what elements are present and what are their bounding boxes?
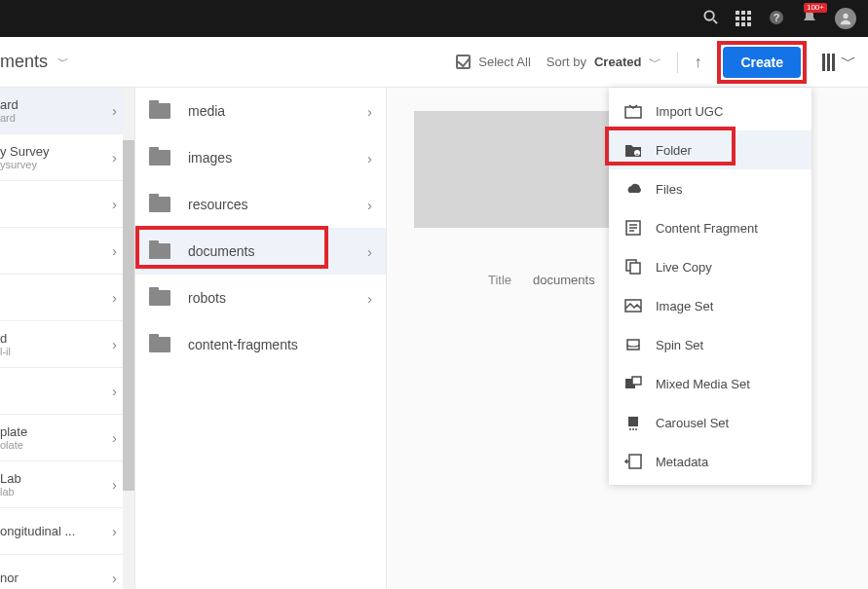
create-menu-item-copy[interactable]: Live Copy — [609, 247, 811, 286]
svg-rect-13 — [630, 263, 640, 274]
svg-rect-17 — [632, 377, 641, 385]
menu-item-label: Files — [656, 182, 682, 197]
folder-label: content-fragments — [188, 337, 372, 352]
svg-text:?: ? — [774, 12, 780, 23]
nav-item[interactable]: ongitudinal ...› — [0, 508, 134, 555]
svg-line-1 — [713, 19, 717, 23]
nav-item-sublabel: ard — [0, 112, 19, 124]
svg-point-4 — [843, 14, 848, 18]
content-area: ardard›y Surveyysurvey››››dl-il››plateol… — [0, 88, 868, 589]
nav-item[interactable]: y Surveyysurvey› — [0, 134, 134, 181]
sort-by-control[interactable]: Sort by Created ﹀ — [547, 54, 662, 71]
create-menu-item-ugc[interactable]: Import UGC — [609, 92, 811, 130]
nav-item[interactable]: dl-il› — [0, 321, 134, 368]
svg-point-21 — [635, 428, 637, 430]
chevron-down-icon: ﹀ — [841, 52, 856, 72]
folder-row[interactable]: resources› — [135, 181, 386, 228]
folder-label: media — [188, 103, 350, 119]
folder-row[interactable]: robots› — [135, 275, 386, 321]
create-button[interactable]: Create — [723, 47, 801, 78]
folder-row[interactable]: images› — [135, 134, 386, 181]
global-topbar: ? 100+ — [0, 0, 868, 37]
nav-item[interactable]: › — [0, 368, 134, 415]
folder-row[interactable]: media› — [135, 88, 386, 134]
nav-item-label: ard — [0, 97, 19, 112]
search-icon[interactable] — [703, 10, 718, 27]
folder-icon — [149, 290, 170, 306]
create-menu-item-imageset[interactable]: Image Set — [609, 286, 811, 325]
nav-item[interactable]: › — [0, 181, 134, 228]
chevron-right-icon: › — [367, 150, 372, 166]
notification-badge: 100+ — [804, 3, 827, 13]
select-all-label: Select All — [478, 55, 530, 69]
nav-item[interactable]: Lablab› — [0, 461, 134, 508]
nav-item-label: plate — [0, 424, 27, 439]
column-view-icon — [822, 54, 835, 71]
nav-item[interactable]: ardard› — [0, 88, 134, 134]
copy-icon — [624, 259, 642, 275]
nav-item[interactable]: nor› — [0, 555, 134, 589]
detail-column: Title documents Import UGC+FolderFilesCo… — [387, 88, 868, 589]
create-menu-item-meta[interactable]: Metadata — [609, 442, 811, 481]
create-menu-item-fragment[interactable]: Content Fragment — [609, 208, 811, 247]
carousel-icon — [624, 415, 642, 430]
nav-item[interactable]: plateolate› — [0, 415, 134, 461]
chevron-right-icon: › — [112, 523, 117, 539]
chevron-right-icon: › — [112, 336, 117, 352]
create-button-highlight: Create — [717, 41, 807, 84]
meta-icon — [624, 454, 642, 469]
menu-item-label: Image Set — [656, 299, 713, 313]
breadcrumb[interactable]: ments ﹀ — [0, 52, 69, 72]
create-menu-item-cloud[interactable]: Files — [609, 169, 811, 208]
sort-direction-button[interactable]: ↑ — [694, 54, 701, 71]
nav-item-label: ongitudinal ... — [0, 524, 75, 538]
apps-icon[interactable] — [736, 11, 751, 26]
checkbox-icon — [456, 55, 471, 69]
breadcrumb-label: ments — [0, 52, 48, 72]
chevron-right-icon: › — [112, 289, 117, 306]
chevron-right-icon: › — [112, 102, 117, 119]
sort-by-label: Sort by — [547, 55, 586, 69]
menu-item-label: Carousel Set — [656, 416, 729, 430]
folder-icon — [149, 103, 170, 119]
notifications-icon[interactable]: 100+ — [802, 10, 817, 28]
view-switcher[interactable]: ﹀ — [822, 52, 856, 72]
menu-item-label: Metadata — [656, 455, 708, 469]
imageset-icon — [624, 298, 642, 313]
svg-rect-22 — [629, 455, 641, 468]
menu-item-label: Mixed Media Set — [656, 377, 750, 391]
chevron-right-icon: › — [112, 476, 117, 493]
nav-item[interactable]: › — [0, 275, 134, 321]
nav-item-label: nor — [0, 571, 19, 585]
scrollbar-thumb[interactable] — [123, 140, 134, 491]
create-menu-item-carousel[interactable]: Carousel Set — [609, 403, 811, 442]
nav-column-2: media›images›resources›documents›robots›… — [135, 88, 387, 589]
create-menu-item-mixed[interactable]: Mixed Media Set — [609, 364, 811, 403]
toolbar: Select All Sort by Created ﹀ ↑ Create ﹀ — [456, 41, 856, 84]
folder-icon — [149, 150, 170, 166]
nav-item-sublabel: olate — [0, 439, 27, 451]
folder-label: images — [188, 150, 350, 166]
create-dropdown: Import UGC+FolderFilesContent FragmentLi… — [609, 88, 811, 485]
svg-point-19 — [629, 428, 631, 430]
folder-row[interactable]: content-fragments — [135, 321, 386, 368]
sort-by-value: Created — [594, 55, 641, 69]
folder-label: resources — [188, 197, 350, 212]
highlight-box — [135, 226, 328, 269]
nav-item-label: Lab — [0, 471, 21, 486]
spin-icon — [624, 337, 642, 352]
chevron-right-icon: › — [112, 242, 117, 259]
nav-item-sublabel: lab — [0, 486, 21, 497]
nav-item[interactable]: › — [0, 228, 134, 275]
nav-item-sublabel: l-il — [0, 346, 11, 357]
user-avatar[interactable] — [835, 8, 856, 29]
create-menu-item-spin[interactable]: Spin Set — [609, 325, 811, 364]
folder-label: robots — [188, 290, 350, 306]
nav-item-sublabel: ysurvey — [0, 159, 50, 170]
chevron-right-icon: › — [112, 429, 117, 446]
folder-icon — [149, 197, 170, 212]
select-all-button[interactable]: Select All — [456, 55, 530, 69]
nav-column-1: ardard›y Surveyysurvey››››dl-il››plateol… — [0, 88, 135, 589]
help-icon[interactable]: ? — [769, 10, 784, 28]
chevron-right-icon: › — [367, 290, 372, 307]
